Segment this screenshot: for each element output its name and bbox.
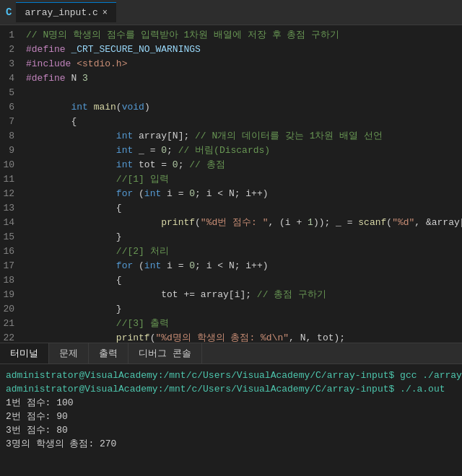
line-content: { [26,115,77,129]
title-bar: C array_input.c × [0,0,462,25]
bottom-tab-bar: 터미널문제출력디버그 콘솔 [0,343,462,364]
line-number: 22 [0,331,26,343]
line-number: 5 [0,86,26,100]
code-line: 15 } [0,230,462,244]
line-content: //[2] 처리 [26,244,169,259]
line-content: tot += array[i]; // 총점 구하기 [26,288,326,302]
line-content: //[3] 출력 [26,317,169,331]
tab-close-button[interactable]: × [103,8,108,18]
line-number: 2 [0,43,26,57]
code-line: 13 { [0,201,462,216]
line-content: } [26,230,122,244]
code-line: 18 { [0,273,462,288]
code-line: 11 //[1] 입력 [0,172,462,187]
line-number: 18 [0,273,26,288]
line-content: #define _CRT_SECURE_NO_WARNINGS [26,43,201,57]
line-content: int tot = 0; // 총점 [26,158,225,172]
line-content: printf("%d명의 학생의 총점: %d\n", N, tot); [26,331,345,343]
code-line: 20 } [0,302,462,317]
code-line: 17 for (int i = 0; i < N; i++) [0,259,462,273]
line-number: 11 [0,172,26,187]
code-line: 1// N명의 학생의 점수를 입력받아 1차원 배열에 저장 후 총점 구하기 [0,28,462,43]
line-number: 21 [0,317,26,331]
line-number: 13 [0,201,26,216]
line-content: //[1] 입력 [26,172,169,187]
line-content: #include <stdio.h> [26,57,127,71]
line-content: { [26,273,122,288]
code-line: 6 int main(void) [0,100,462,115]
line-number: 4 [0,71,26,86]
line-content: for (int i = 0; i < N; i++) [26,187,269,201]
line-number: 12 [0,187,26,201]
line-content: for (int i = 0; i < N; i++) [26,259,269,273]
code-line: 10 int tot = 0; // 총점 [0,158,462,172]
bottom-tab-문제[interactable]: 문제 [49,343,89,363]
code-line: 4#define N 3 [0,71,462,86]
line-content: } [26,302,122,317]
line-number: 14 [0,216,26,230]
line-content: int _ = 0; // 버림(Discards) [26,144,270,158]
terminal-line: 2번 점수: 90 [6,410,456,423]
line-number: 19 [0,288,26,302]
line-number: 16 [0,244,26,259]
terminal-line: administrator@VisualAcademy:/mnt/c/Users… [6,382,456,396]
line-number: 17 [0,259,26,273]
terminal-panel: administrator@VisualAcademy:/mnt/c/Users… [0,364,462,476]
code-line: 16 //[2] 처리 [0,244,462,259]
code-line: 12 for (int i = 0; i < N; i++) [0,187,462,201]
line-number: 9 [0,144,26,158]
tab-filename: array_input.c [25,7,97,18]
code-line: 14 printf("%d번 점수: ", (i + 1)); _ = scan… [0,216,462,230]
code-line: 3#include <stdio.h> [0,57,462,71]
code-editor: 1// N명의 학생의 점수를 입력받아 1차원 배열에 저장 후 총점 구하기… [0,25,462,343]
line-content: { [26,201,122,216]
line-number: 7 [0,115,26,129]
line-content: // N명의 학생의 점수를 입력받아 1차원 배열에 저장 후 총점 구하기 [26,28,339,43]
line-content: int main(void) [26,100,150,115]
line-content: #define N 3 [26,71,88,86]
code-line: 19 tot += array[i]; // 총점 구하기 [0,288,462,302]
code-line: 7 { [0,115,462,129]
line-content: printf("%d번 점수: ", (i + 1)); _ = scanf("… [26,216,462,230]
line-number: 1 [0,28,26,43]
code-line: 22 printf("%d명의 학생의 총점: %d\n", N, tot); [0,331,462,343]
line-number: 8 [0,129,26,144]
code-line: 9 int _ = 0; // 버림(Discards) [0,144,462,158]
line-number: 6 [0,100,26,115]
code-line: 2#define _CRT_SECURE_NO_WARNINGS [0,43,462,57]
terminal-line: 3번 점수: 80 [6,423,456,437]
bottom-tab-디버그 콘솔[interactable]: 디버그 콘솔 [128,343,202,363]
bottom-tab-터미널[interactable]: 터미널 [0,343,49,363]
terminal-line: 3명의 학생의 총점: 270 [6,437,456,451]
file-icon: C [6,6,12,18]
line-number: 20 [0,302,26,317]
line-content: int array[N]; // N개의 데이터를 갖는 1차원 배열 선언 [26,129,383,144]
code-line: 21 //[3] 출력 [0,317,462,331]
editor-tab[interactable]: array_input.c × [16,2,116,22]
line-number: 10 [0,158,26,172]
bottom-tab-출력[interactable]: 출력 [89,343,128,363]
line-number: 3 [0,57,26,71]
code-line: 8 int array[N]; // N개의 데이터를 갖는 1차원 배열 선언 [0,129,462,144]
terminal-line: 1번 점수: 100 [6,396,456,410]
code-line: 5 [0,86,462,100]
line-number: 15 [0,230,26,244]
terminal-line: administrator@VisualAcademy:/mnt/c/Users… [6,369,456,382]
